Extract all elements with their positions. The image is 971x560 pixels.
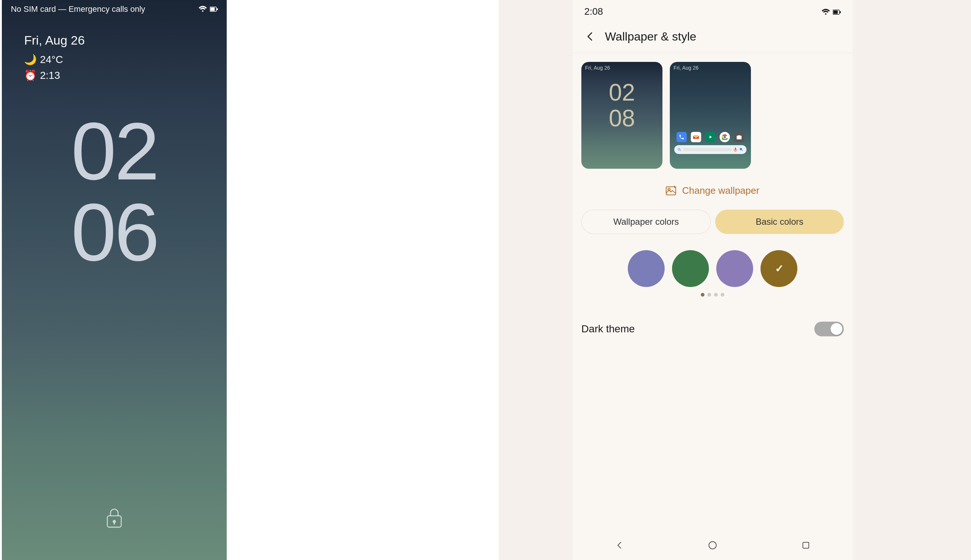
preview-home-icons bbox=[673, 132, 748, 154]
lockscreen-statusbar: No SIM card — Emergency calls only bbox=[2, 0, 227, 18]
lock-time: 02 06 bbox=[2, 111, 227, 273]
svg-point-0 bbox=[202, 10, 204, 12]
nav-home-button[interactable] bbox=[702, 534, 724, 556]
settings-time: 2:08 bbox=[584, 6, 603, 17]
tab-basic-colors[interactable]: Basic colors bbox=[715, 210, 844, 234]
lock-date: Fri, Aug 26 bbox=[24, 33, 205, 48]
svg-rect-3 bbox=[217, 8, 218, 10]
preview-lock-time: 02 08 bbox=[582, 72, 662, 132]
preview-dock bbox=[673, 132, 748, 142]
preview-icon-chrome bbox=[720, 132, 730, 142]
lockscreen-status-icons bbox=[199, 5, 218, 13]
change-wallpaper-button[interactable]: Change wallpaper bbox=[582, 178, 844, 204]
right-panel: 2:08 bbox=[499, 0, 971, 560]
nav-bar bbox=[573, 530, 853, 560]
dot-4 bbox=[721, 293, 724, 297]
color-swatches-container: ✓ bbox=[582, 241, 844, 305]
back-button[interactable] bbox=[582, 28, 599, 45]
phone-lockscreen: No SIM card — Emergency calls only bbox=[2, 0, 227, 560]
lockscreen-battery-icon bbox=[210, 5, 218, 13]
swatch-lavender[interactable] bbox=[716, 250, 753, 287]
preview-icon-phone bbox=[677, 132, 687, 142]
settings-title: Wallpaper & style bbox=[605, 30, 696, 43]
settings-statusbar: 2:08 bbox=[573, 0, 853, 23]
moon-icon: 🌙 bbox=[24, 53, 37, 66]
nav-recents-button[interactable] bbox=[795, 534, 817, 556]
color-tabs: Wallpaper colors Basic colors bbox=[582, 210, 844, 234]
preview-home-date: Fri, Aug 26 bbox=[670, 62, 751, 72]
lock-alarm: ⏰ 2:13 bbox=[24, 69, 205, 82]
dots-indicator bbox=[590, 293, 835, 297]
settings-phone: 2:08 bbox=[573, 0, 853, 560]
tab-wallpaper-colors[interactable]: Wallpaper colors bbox=[582, 210, 711, 234]
settings-wifi-icon bbox=[822, 6, 830, 17]
swatch-green[interactable] bbox=[672, 250, 709, 287]
dot-3 bbox=[714, 293, 718, 297]
settings-header: Wallpaper & style bbox=[573, 23, 853, 53]
dark-theme-toggle[interactable] bbox=[814, 322, 844, 337]
middle-gap bbox=[229, 0, 499, 560]
svg-rect-6 bbox=[114, 523, 115, 525]
swatch-blue-purple[interactable] bbox=[628, 250, 665, 287]
dot-2 bbox=[707, 293, 711, 297]
svg-rect-10 bbox=[840, 12, 841, 13]
lock-icon-container bbox=[103, 507, 125, 530]
selected-check: ✓ bbox=[775, 263, 783, 275]
svg-point-11 bbox=[724, 136, 726, 138]
lockscreen-wifi-icon bbox=[199, 5, 207, 13]
svg-point-5 bbox=[113, 520, 116, 523]
swatch-gold-brown[interactable]: ✓ bbox=[760, 250, 797, 287]
nav-back-button[interactable] bbox=[608, 534, 630, 556]
lockscreen-info: Fri, Aug 26 🌙 24°C ⏰ 2:13 bbox=[2, 18, 227, 89]
svg-point-7 bbox=[825, 13, 827, 15]
preview-icon-play bbox=[705, 132, 715, 142]
dark-theme-row: Dark theme bbox=[573, 311, 853, 347]
preview-lockscreen-card[interactable]: Fri, Aug 26 02 08 bbox=[582, 62, 662, 169]
lockscreen-status-text: No SIM card — Emergency calls only bbox=[11, 4, 145, 14]
alarm-icon: ⏰ bbox=[24, 69, 37, 82]
lock-icon bbox=[103, 507, 125, 529]
left-panel: No SIM card — Emergency calls only bbox=[0, 0, 229, 560]
svg-rect-2 bbox=[211, 7, 215, 11]
settings-battery-icon bbox=[833, 6, 841, 17]
dot-1 bbox=[701, 293, 704, 297]
dark-theme-label: Dark theme bbox=[582, 323, 635, 335]
color-swatches: ✓ bbox=[590, 250, 835, 287]
change-wallpaper-label: Change wallpaper bbox=[682, 185, 759, 197]
toggle-knob bbox=[831, 323, 842, 335]
lock-minute: 06 bbox=[71, 192, 158, 273]
preview-searchbar bbox=[674, 145, 747, 154]
lock-hour: 02 bbox=[71, 111, 158, 192]
preview-homescreen-card[interactable]: Fri, Aug 26 bbox=[670, 62, 751, 169]
preview-lock-date: Fri, Aug 26 bbox=[582, 62, 662, 72]
svg-point-14 bbox=[709, 542, 716, 549]
preview-icon-gmail bbox=[691, 132, 701, 142]
settings-status-icons bbox=[822, 6, 841, 17]
svg-rect-15 bbox=[803, 542, 809, 548]
lock-weather: 🌙 24°C bbox=[24, 53, 205, 66]
preview-icon-camera bbox=[734, 132, 744, 142]
svg-rect-9 bbox=[834, 11, 838, 14]
wallpaper-previews: Fri, Aug 26 02 08 Fri, Aug 26 bbox=[573, 53, 853, 175]
